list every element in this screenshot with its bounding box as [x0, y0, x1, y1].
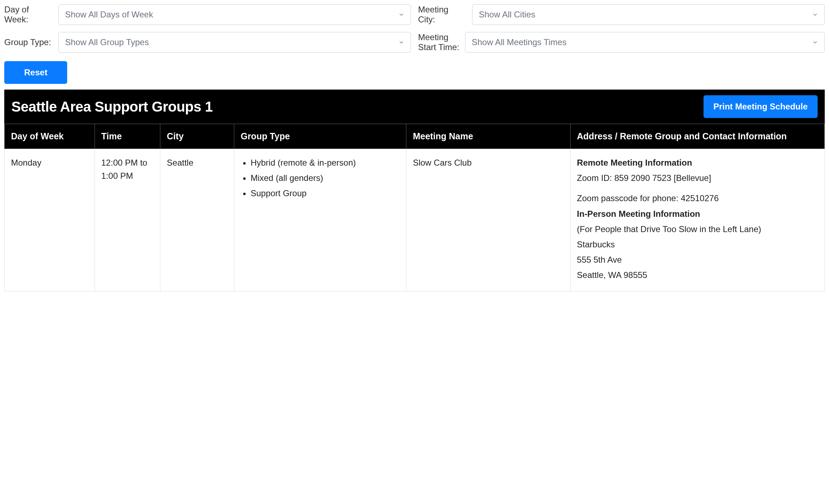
table-header-row: Day of Week Time City Group Type Meeting…: [5, 124, 825, 149]
print-schedule-button[interactable]: Print Meeting Schedule: [704, 95, 818, 118]
meeting-time-label: Meeting Start Time:: [418, 32, 461, 52]
cell-address: Remote Meeting Information Zoom ID: 859 …: [570, 149, 824, 291]
cell-day: Monday: [5, 149, 95, 291]
panel-header: Seattle Area Support Groups 1 Print Meet…: [4, 90, 825, 124]
chevron-down-icon: [398, 11, 405, 18]
chevron-down-icon: [812, 11, 818, 18]
filter-row-meeting-city: Meeting City: Show All Cities: [418, 4, 825, 25]
meetings-table: Day of Week Time City Group Type Meeting…: [4, 124, 825, 291]
inperson-heading: In-Person Meeting Information: [577, 209, 700, 219]
remote-zoom-id: Zoom ID: 859 2090 7523 [Bellevue]: [577, 171, 818, 184]
th-group-type: Group Type: [234, 124, 406, 149]
address-block: Remote Meeting Information Zoom ID: 859 …: [577, 156, 818, 282]
meeting-time-value: Show All Meetings Times: [472, 37, 567, 47]
cell-meeting-name: Slow Cars Club: [406, 149, 570, 291]
group-type-label: Group Type:: [4, 37, 54, 47]
cell-city: Seattle: [160, 149, 234, 291]
table-row: Monday 12:00 PM to 1:00 PM Seattle Hybri…: [5, 149, 825, 291]
chevron-down-icon: [812, 39, 818, 45]
inperson-citystate: Seattle, WA 98555: [577, 268, 818, 282]
list-item: Mixed (all genders): [251, 171, 400, 184]
filters-section: Day of Week: Show All Days of Week Group…: [4, 4, 825, 53]
filter-row-meeting-time: Meeting Start Time: Show All Meetings Ti…: [418, 32, 825, 53]
day-of-week-label: Day of Week:: [4, 5, 54, 25]
group-type-select[interactable]: Show All Group Types: [58, 32, 411, 53]
filter-col-left: Day of Week: Show All Days of Week Group…: [4, 4, 411, 53]
reset-button[interactable]: Reset: [4, 61, 67, 84]
group-type-list: Hybrid (remote & in-person) Mixed (all g…: [241, 156, 400, 200]
cell-time: 12:00 PM to 1:00 PM: [95, 149, 160, 291]
th-meeting-name: Meeting Name: [406, 124, 570, 149]
day-of-week-select[interactable]: Show All Days of Week: [58, 4, 411, 25]
th-city: City: [160, 124, 234, 149]
inperson-note: (For People that Drive Too Slow in the L…: [577, 222, 818, 236]
cell-group-type: Hybrid (remote & in-person) Mixed (all g…: [234, 149, 406, 291]
group-type-value: Show All Group Types: [65, 37, 149, 47]
inperson-street: 555 5th Ave: [577, 253, 818, 266]
filter-row-group-type: Group Type: Show All Group Types: [4, 32, 411, 53]
list-item: Support Group: [251, 187, 400, 200]
th-day: Day of Week: [5, 124, 95, 149]
remote-passcode: Zoom passcode for phone: 42510276: [577, 192, 818, 205]
panel-title: Seattle Area Support Groups 1: [11, 99, 213, 115]
meeting-city-value: Show All Cities: [479, 10, 535, 20]
filter-row-day-of-week: Day of Week: Show All Days of Week: [4, 4, 411, 25]
meeting-city-select[interactable]: Show All Cities: [472, 4, 825, 25]
remote-heading: Remote Meeting Information: [577, 158, 692, 167]
meeting-time-select[interactable]: Show All Meetings Times: [465, 32, 825, 53]
th-time: Time: [95, 124, 160, 149]
filter-col-right: Meeting City: Show All Cities Meeting St…: [418, 4, 825, 53]
results-panel: Seattle Area Support Groups 1 Print Meet…: [4, 90, 825, 291]
inperson-venue: Starbucks: [577, 238, 818, 251]
list-item: Hybrid (remote & in-person): [251, 156, 400, 169]
th-address: Address / Remote Group and Contact Infor…: [570, 124, 824, 149]
chevron-down-icon: [398, 39, 405, 45]
meeting-city-label: Meeting City:: [418, 5, 468, 25]
day-of-week-value: Show All Days of Week: [65, 10, 153, 20]
